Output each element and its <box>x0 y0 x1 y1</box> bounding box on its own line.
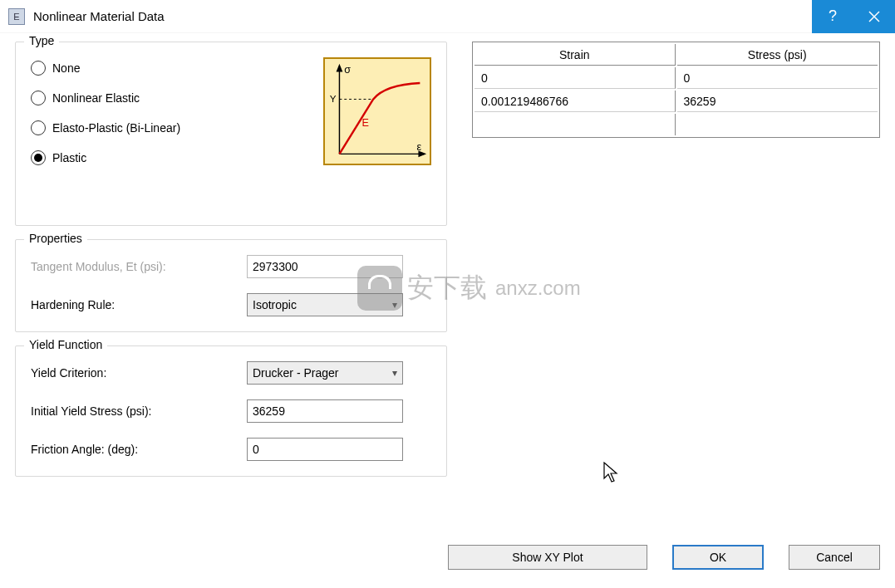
close-icon <box>868 11 880 22</box>
table-row[interactable]: 0 0 <box>475 67 878 89</box>
initial-yield-stress-input[interactable] <box>247 399 403 423</box>
hardening-rule-label: Hardening Rule: <box>31 298 247 311</box>
yield-criterion-value: Drucker - Prager <box>253 366 338 380</box>
radio-elasto-plastic[interactable]: Elasto-Plastic (Bi-Linear) <box>31 120 180 135</box>
tangent-modulus-label: Tangent Modulus, Et (psi): <box>31 260 247 273</box>
radio-icon <box>31 61 46 76</box>
svg-text:Y: Y <box>330 93 337 104</box>
cell-stress[interactable] <box>677 114 878 135</box>
properties-group: Properties Tangent Modulus, Et (psi): Ha… <box>15 239 447 332</box>
type-group-title: Type <box>24 34 59 47</box>
help-button[interactable]: ? <box>812 0 853 33</box>
radio-label: Nonlinear Elastic <box>52 91 140 105</box>
svg-text:σ: σ <box>344 64 351 76</box>
friction-angle-input[interactable] <box>247 438 403 461</box>
svg-marker-3 <box>337 64 343 72</box>
radio-icon <box>31 91 46 105</box>
cell-strain[interactable]: 0.001219486766 <box>475 91 676 112</box>
cell-stress[interactable]: 36259 <box>677 91 878 112</box>
dialog-footer: Show XY Plot OK Cancel <box>0 538 895 580</box>
title-bar: E Nonlinear Material Data ? <box>0 0 895 33</box>
radio-icon <box>31 150 46 165</box>
svg-text:ε: ε <box>416 141 421 153</box>
yield-function-group: Yield Function Yield Criterion: Drucker … <box>15 345 447 477</box>
table-row[interactable] <box>475 114 878 135</box>
yield-criterion-label: Yield Criterion: <box>31 366 247 380</box>
initial-yield-stress-label: Initial Yield Stress (psi): <box>31 404 247 418</box>
close-button[interactable] <box>853 0 895 33</box>
radio-label: None <box>52 61 80 75</box>
chevron-down-icon: ▾ <box>392 367 397 379</box>
hardening-rule-select[interactable]: Isotropic ▾ <box>247 293 403 316</box>
radio-plastic[interactable]: Plastic <box>31 150 180 165</box>
yield-criterion-select[interactable]: Drucker - Prager ▾ <box>247 361 403 385</box>
cell-stress[interactable]: 0 <box>677 67 878 89</box>
hardening-rule-value: Isotropic <box>253 298 297 311</box>
cell-strain[interactable]: 0 <box>475 67 676 89</box>
table-header-row: Strain Stress (psi) <box>475 44 878 66</box>
cell-strain[interactable] <box>475 114 676 135</box>
show-xy-plot-button[interactable]: Show XY Plot <box>448 545 647 570</box>
radio-label: Elasto-Plastic (Bi-Linear) <box>52 121 180 135</box>
stress-strain-diagram: σ ε Y E <box>323 57 431 165</box>
col-header-stress: Stress (psi) <box>677 44 878 66</box>
app-icon: E <box>8 8 25 25</box>
cancel-button[interactable]: Cancel <box>789 545 880 570</box>
type-group: Type None Nonlinear Elastic Elasto-Plast… <box>15 42 447 226</box>
window-title: Nonlinear Material Data <box>33 9 812 23</box>
tangent-modulus-input <box>247 255 403 278</box>
col-header-strain: Strain <box>475 44 676 66</box>
table-row[interactable]: 0.001219486766 36259 <box>475 91 878 112</box>
yield-function-group-title: Yield Function <box>24 338 107 351</box>
radio-nonlinear-elastic[interactable]: Nonlinear Elastic <box>31 91 180 105</box>
radio-none[interactable]: None <box>31 61 180 76</box>
chevron-down-icon: ▾ <box>392 299 397 311</box>
strain-stress-table[interactable]: Strain Stress (psi) 0 0 0.001219486766 3… <box>472 42 880 138</box>
radio-label: Plastic <box>52 151 86 164</box>
properties-group-title: Properties <box>24 232 87 245</box>
ok-button[interactable]: OK <box>672 545 764 570</box>
svg-text:E: E <box>362 117 369 129</box>
friction-angle-label: Friction Angle: (deg): <box>31 443 247 456</box>
radio-icon <box>31 120 46 135</box>
